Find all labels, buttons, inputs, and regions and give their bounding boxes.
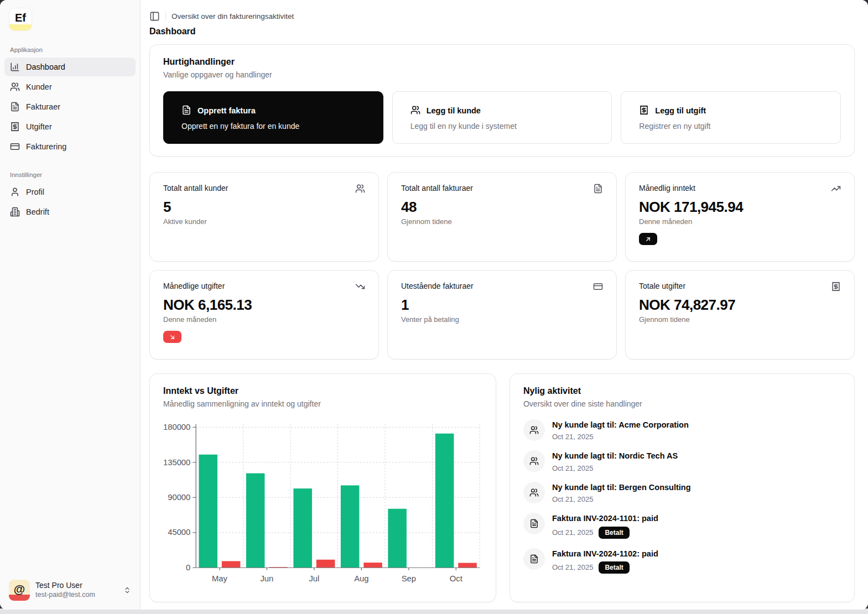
sidebar: Ef Applikasjon Dashboard Kunder Fakturae…	[0, 0, 141, 610]
stat-value: NOK 6,165.13	[163, 296, 365, 314]
sidebar-item-label: Fakturaer	[26, 102, 60, 111]
stats-grid: Totalt antall kunder 5 Aktive kunder Tot…	[149, 172, 855, 360]
arrow-up-right-icon	[644, 236, 652, 243]
building-icon	[10, 207, 20, 217]
svg-text:135000: 135000	[163, 458, 190, 467]
stat-label: Totalt antall kunder	[163, 184, 228, 192]
main-content: Oversikt over din faktureringsaktivitet …	[141, 0, 868, 610]
sidebar-item-fakturaer[interactable]: Fakturaer	[4, 97, 136, 116]
file-text-icon	[181, 105, 191, 117]
receipt-icon	[639, 105, 649, 117]
stat-card-outstanding-invoices: Utestående fakturaer 1 Venter på betalin…	[387, 270, 617, 360]
sidebar-section-innstillinger: Innstillinger	[10, 171, 136, 178]
sidebar-item-kunder[interactable]: Kunder	[4, 77, 136, 96]
trending-up-icon	[831, 184, 841, 194]
avatar-glyph: @	[14, 582, 25, 596]
action-label: Legg til utgift	[655, 106, 706, 115]
breadcrumb: Oversikt over din faktureringsaktivitet	[171, 12, 294, 20]
receipt-icon	[10, 122, 20, 132]
bar-inntekt-sep	[388, 509, 407, 568]
activity-item: Faktura INV-2024-1102: paid Oct 21, 2025…	[523, 548, 841, 574]
activity-item: Ny kunde lagt til: Bergen Consulting Oct…	[523, 482, 841, 503]
stat-subtext: Denne måneden	[639, 217, 841, 226]
activity-item: Faktura INV-2024-1101: paid Oct 21, 2025…	[523, 513, 841, 538]
user-icon	[10, 187, 20, 197]
app-logo-text: Ef	[15, 12, 26, 24]
file-text-icon	[593, 184, 603, 194]
svg-text:90000: 90000	[168, 493, 190, 502]
svg-text:180000: 180000	[163, 423, 190, 431]
activity-item-date: Oct 21, 2025	[552, 563, 593, 571]
svg-text:Oct: Oct	[450, 574, 462, 583]
activity-item-title: Ny kunde lagt til: Nordic Tech AS	[552, 451, 678, 461]
page-title: Dashboard	[149, 27, 855, 37]
paid-status-badge: Betalt	[599, 561, 629, 574]
income-expense-chart: 04500090000135000180000MayJunJulAugSepOc…	[163, 415, 482, 585]
paid-status-badge: Betalt	[599, 527, 629, 539]
bar-inntekt-jun	[246, 473, 265, 568]
stat-subtext: Aktive kunder	[163, 217, 365, 226]
stat-card-monthly-expenses: Månedlige utgifter NOK 6,165.13 Denne må…	[149, 270, 379, 360]
chart-title: Inntekt vs Utgifter	[163, 386, 482, 396]
action-description: Legg til en ny kunde i systemet	[410, 122, 594, 131]
create-invoice-button[interactable]: Opprett faktura Opprett en ny faktura fo…	[163, 91, 383, 144]
users-icon	[410, 105, 420, 117]
income-expense-chart-card: Inntekt vs Utgifter Månedlig sammenligni…	[149, 373, 496, 602]
add-customer-button[interactable]: Legg til kunde Legg til en ny kunde i sy…	[392, 91, 612, 144]
action-description: Registrer en ny utgift	[639, 122, 823, 131]
quick-actions-card: Hurtighandlinger Vanlige oppgaver og han…	[149, 44, 855, 157]
trend-down-badge	[163, 331, 181, 343]
chart-subtitle: Månedlig sammenligning av inntekt og utg…	[163, 399, 482, 408]
stat-value: NOK 171,945.94	[639, 199, 841, 216]
trending-down-icon	[355, 282, 365, 292]
add-expense-button[interactable]: Legg til utgift Registrer en ny utgift	[621, 91, 841, 144]
activity-item-date: Oct 21, 2025	[552, 464, 593, 472]
activity-item-title: Faktura INV-2024-1101: paid	[552, 514, 658, 523]
sidebar-item-dashboard[interactable]: Dashboard	[4, 58, 136, 76]
stat-value: 5	[163, 199, 365, 216]
stat-card-monthly-income: Månedlig inntekt NOK 171,945.94 Denne må…	[625, 172, 855, 262]
sidebar-item-label: Bedrift	[26, 207, 49, 216]
chevrons-up-down-icon	[123, 586, 131, 594]
activity-list: Ny kunde lagt til: Acme Corporation Oct …	[523, 419, 841, 574]
user-name: Test Pro User	[35, 581, 118, 591]
user-menu[interactable]: @ Test Pro User test-paid@test.com	[4, 576, 136, 604]
activity-item: Ny kunde lagt til: Acme Corporation Oct …	[523, 419, 841, 441]
bar-utgifter-may	[222, 561, 241, 568]
bar-utgifter-aug	[363, 563, 382, 568]
action-label: Opprett faktura	[197, 106, 256, 115]
receipt-icon	[831, 282, 841, 292]
bar-inntekt-may	[199, 455, 217, 568]
divider	[165, 12, 166, 20]
users-icon	[10, 82, 20, 92]
stat-subtext: Denne måneden	[163, 315, 365, 324]
sidebar-section-applikasjon: Applikasjon	[10, 46, 136, 53]
stat-value: NOK 74,827.97	[639, 296, 841, 314]
svg-text:Jun: Jun	[260, 574, 273, 583]
recent-activity-card: Nylig aktivitet Oversikt over dine siste…	[510, 373, 855, 602]
svg-text:Sep: Sep	[402, 574, 416, 583]
app-logo[interactable]: Ef	[9, 8, 32, 31]
file-text-icon	[523, 513, 545, 534]
activity-item-title: Ny kunde lagt til: Acme Corporation	[552, 420, 689, 430]
stat-card-total-expenses: Totale utgifter NOK 74,827.97 Gjennom ti…	[625, 270, 855, 360]
users-icon	[523, 419, 545, 441]
sidebar-item-utgifter[interactable]: Utgifter	[4, 117, 136, 136]
sidebar-toggle-button[interactable]	[149, 11, 160, 22]
users-icon	[523, 482, 545, 503]
svg-text:May: May	[212, 574, 228, 583]
trend-up-badge	[639, 233, 657, 245]
svg-text:45000: 45000	[168, 528, 190, 537]
stat-subtext: Gjennom tidene	[639, 315, 841, 324]
stat-value: 1	[401, 296, 603, 314]
action-description: Opprett en ny faktura for en kunde	[181, 122, 365, 131]
sidebar-item-profil[interactable]: Profil	[4, 183, 136, 201]
stat-value: 48	[401, 199, 603, 216]
sidebar-item-bedrift[interactable]: Bedrift	[4, 202, 136, 221]
activity-title: Nylig aktivitet	[523, 386, 841, 396]
sidebar-item-fakturering[interactable]: Fakturering	[4, 137, 136, 156]
sidebar-item-label: Utgifter	[26, 122, 52, 131]
credit-card-icon	[593, 282, 603, 292]
stat-label: Månedlige utgifter	[163, 282, 225, 290]
file-text-icon	[523, 548, 545, 570]
